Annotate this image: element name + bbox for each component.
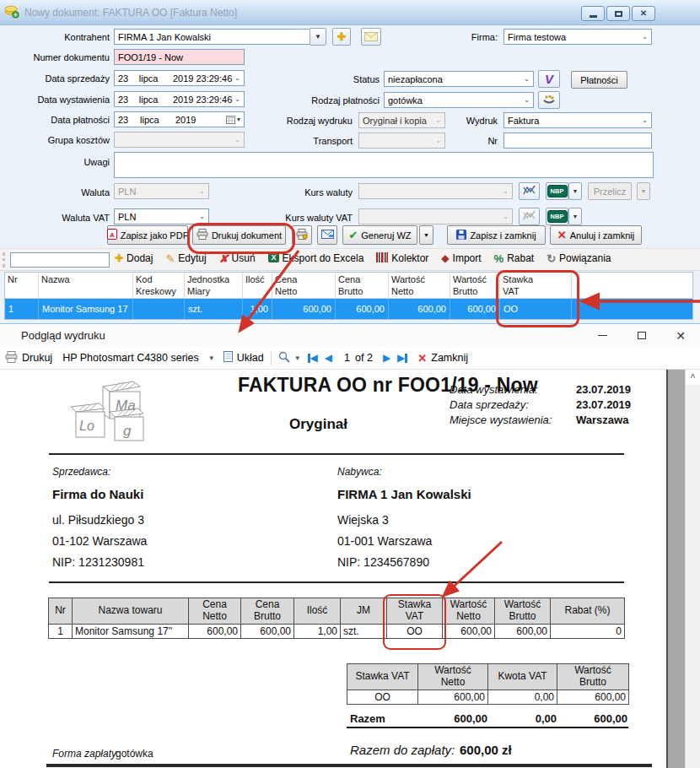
preview-minimize-button[interactable] bbox=[584, 324, 620, 347]
powiazania-button[interactable]: ↻Powiązania bbox=[547, 252, 611, 264]
col-wartosc-brutto[interactable]: Wartość Brutto bbox=[450, 273, 500, 298]
generuj-wz-button[interactable]: ✔ Generuj WZ bbox=[342, 225, 417, 245]
email-button[interactable] bbox=[361, 28, 381, 46]
col-ilosc[interactable]: Ilość bbox=[243, 273, 272, 298]
scroll-up-button[interactable]: ^ bbox=[686, 370, 700, 385]
import-button[interactable]: ◆Import bbox=[441, 252, 481, 264]
status-combo[interactable]: niezapłacona⌄ bbox=[384, 71, 534, 87]
forma-zaplaty-label: Forma zapłaty: bbox=[52, 748, 119, 760]
preview-titlebar: Podgląd wydruku ✕ bbox=[0, 324, 700, 347]
preview-drukuj-button[interactable]: Drukuj bbox=[5, 351, 52, 365]
col-nazwa[interactable]: Nazwa bbox=[39, 273, 133, 298]
grupa-kosztow-combo[interactable]: ⌄ bbox=[114, 132, 245, 148]
zoom-button[interactable]: ▼ bbox=[278, 351, 301, 365]
printer-select[interactable]: HP Photosmart C4380 series ▼ bbox=[62, 352, 215, 364]
kolektor-button[interactable]: Kolektor bbox=[376, 252, 428, 265]
usun-button[interactable]: ✘Usuń bbox=[219, 252, 256, 264]
kontrahent-combo[interactable]: FIRMA 1 Jan Kowalski bbox=[114, 29, 310, 45]
cell-nazwa: Monitor Samsung 17 bbox=[39, 299, 133, 319]
preview-scrollbar[interactable]: ^ bbox=[685, 370, 700, 768]
plus-icon: ✚ bbox=[337, 31, 347, 42]
send-email-button[interactable] bbox=[317, 225, 337, 245]
col-jednostka-miary[interactable]: Jednostka Miary bbox=[185, 273, 243, 298]
col-filler bbox=[572, 273, 692, 298]
col-cena-netto[interactable]: Cena Netto bbox=[272, 273, 336, 298]
print-settings-button[interactable] bbox=[292, 225, 312, 245]
minimize-button[interactable] bbox=[581, 6, 605, 21]
platnosci-label: Płatności bbox=[580, 75, 618, 85]
numer-dokumentu-input[interactable]: FOO1/19 - Now bbox=[114, 49, 245, 65]
przelicz-button[interactable]: Przelicz bbox=[588, 182, 632, 200]
uklad-button[interactable]: Układ bbox=[223, 351, 264, 365]
zapisz-pdf-button[interactable]: A Zapisz jako PDF bbox=[107, 225, 188, 245]
zapisz-zamknij-button[interactable]: Zapisz i zamknij bbox=[447, 225, 546, 245]
left-triangle-icon: ◀ bbox=[310, 353, 318, 363]
edytuj-button[interactable]: ✎Edytuj bbox=[165, 252, 206, 264]
waluta-vat-combo[interactable]: PLN⌄ bbox=[114, 208, 209, 224]
nbp-dropdown-button[interactable]: ▼ bbox=[568, 182, 582, 200]
data-platnosci-field[interactable]: 23 lipca 2019 ▾ bbox=[114, 111, 245, 127]
seller-label: Sprzedawca: bbox=[52, 466, 110, 478]
prev-page-button[interactable]: ◀ bbox=[325, 353, 332, 363]
col-kod-kreskowy[interactable]: Kod Kreskowy bbox=[133, 273, 185, 298]
uwagi-textarea[interactable] bbox=[114, 152, 654, 178]
rabat-button[interactable]: %Rabat bbox=[494, 252, 535, 264]
vat-brutto: 600,00 bbox=[557, 690, 629, 704]
drukuj-dokument-button[interactable]: Drukuj dokument bbox=[192, 225, 286, 245]
right-triangle-icon: ▶ bbox=[397, 353, 405, 363]
th-ilosc: Ilość bbox=[294, 598, 341, 625]
th-wartosc-netto: Wartość Netto bbox=[443, 598, 495, 625]
data-sprzedazy-field[interactable]: 23 lipca 2019 23:29:46 ⌄ bbox=[114, 70, 245, 86]
grid-selected-row[interactable]: 1 Monitor Samsung 17 szt. 1,00 600,00 60… bbox=[5, 299, 692, 319]
nbp-vat-dropdown-button[interactable]: ▼ bbox=[568, 208, 582, 225]
year-time-value: 2019 23:29:46 bbox=[173, 73, 232, 84]
total-value: 600,00 zł bbox=[460, 743, 512, 757]
exchange-chart-button-disabled[interactable] bbox=[519, 208, 540, 225]
first-page-button[interactable]: ◀ bbox=[308, 353, 318, 363]
col-wartosc-netto[interactable]: Wartość Netto bbox=[389, 273, 450, 298]
zamknij-button[interactable]: ✕ Zamknij bbox=[417, 352, 468, 364]
exchange-chart-button[interactable] bbox=[519, 182, 540, 200]
maximize-button[interactable] bbox=[606, 6, 630, 21]
dodaj-button[interactable]: ✚Dodaj bbox=[115, 252, 153, 264]
toolbar-grip[interactable] bbox=[3, 252, 5, 268]
chevron-down-icon: ▼ bbox=[573, 188, 579, 194]
eksport-excel-button[interactable]: XEksport do Excela bbox=[268, 251, 364, 265]
nbp-button[interactable]: NBP bbox=[546, 182, 568, 200]
kontrahent-dropdown-button[interactable]: ▼ bbox=[310, 28, 326, 46]
last-page-button[interactable]: ▶ bbox=[397, 353, 407, 363]
th-wartosc-netto: Wartość Netto bbox=[418, 664, 488, 690]
kurs-waluty-vat-combo[interactable]: ⌄ bbox=[358, 208, 513, 224]
wydruk-combo[interactable]: Faktura⌄ bbox=[503, 112, 652, 128]
app-root: Nowy dokument: FAKTURA OO [Faktura Netto… bbox=[0, 0, 700, 768]
payments-icon-button[interactable]: V bbox=[538, 70, 560, 88]
przelicz-dropdown-button[interactable]: ▼ bbox=[637, 182, 650, 200]
quick-search-input[interactable] bbox=[10, 252, 110, 268]
cash-hand-button[interactable] bbox=[538, 91, 560, 109]
col-nr[interactable]: Nr bbox=[5, 273, 39, 298]
add-contractor-button[interactable]: ✚ bbox=[332, 28, 351, 46]
item-cena-netto: 600,00 bbox=[189, 624, 241, 638]
data-wystawienia-field[interactable]: 23 lipca 2019 23:29:46 ⌄ bbox=[114, 91, 245, 107]
rodzaj-wydruku-combo[interactable]: Oryginał i kopia⌄ bbox=[358, 112, 445, 128]
kurs-waluty-combo[interactable]: ⌄ bbox=[358, 183, 513, 199]
year-time-value: 2019 23:29:46 bbox=[173, 95, 232, 105]
close-button[interactable]: ✕ bbox=[632, 6, 655, 21]
col-cena-brutto[interactable]: Cena Brutto bbox=[336, 273, 389, 298]
firma-combo[interactable]: Firma testowa⌄ bbox=[503, 29, 652, 45]
preview-close-button[interactable]: ✕ bbox=[663, 324, 698, 347]
edytuj-label: Edytuj bbox=[178, 252, 206, 264]
nbp-vat-button[interactable]: NBP bbox=[546, 208, 568, 225]
transport-combo[interactable]: ⌄ bbox=[358, 133, 445, 149]
chevron-down-icon: ▼ bbox=[573, 214, 579, 219]
generuj-wz-dropdown-button[interactable]: ▼ bbox=[419, 225, 433, 245]
anuluj-zamknij-button[interactable]: ✕ Anuluj i zamknij bbox=[550, 225, 642, 245]
next-page-button[interactable]: ▶ bbox=[383, 353, 390, 363]
col-stawka-vat[interactable]: Stawka VAT bbox=[500, 273, 572, 298]
platnosci-button[interactable]: Płatności bbox=[571, 71, 627, 89]
rodzaj-platnosci-combo[interactable]: gotówka⌄ bbox=[384, 92, 534, 108]
preview-maximize-button[interactable] bbox=[624, 324, 660, 347]
waluta-combo[interactable]: PLN⌄ bbox=[114, 183, 209, 199]
nr-input[interactable] bbox=[503, 133, 652, 149]
vat-netto: 600,00 bbox=[418, 690, 488, 704]
